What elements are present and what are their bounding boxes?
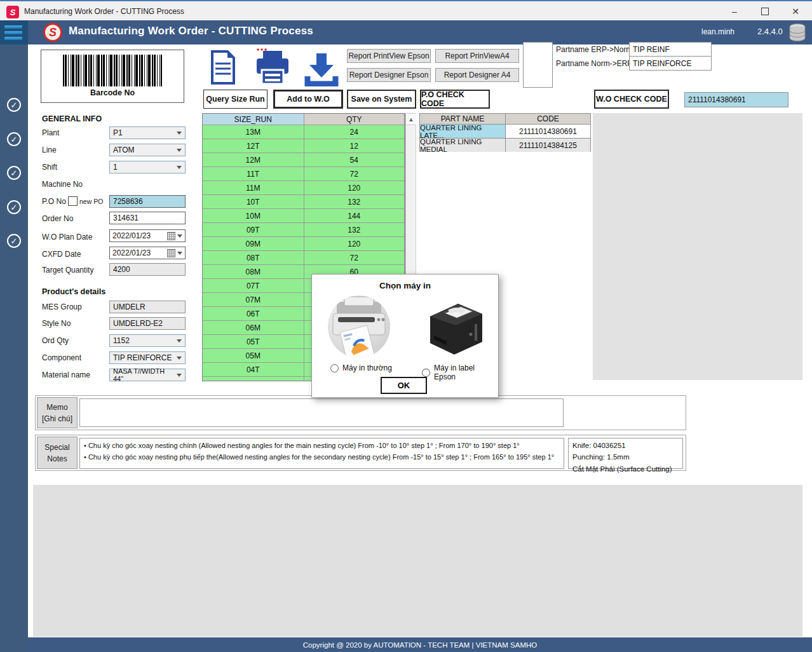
add-to-wo-button[interactable]: Add to W.O bbox=[273, 90, 343, 109]
scrollbar-up-icon[interactable]: ▲ bbox=[406, 114, 416, 125]
material-name-label: Material name bbox=[42, 370, 90, 379]
chevron-down-icon bbox=[177, 252, 182, 255]
partname-erp-norm-field[interactable]: TIP REINF bbox=[629, 42, 712, 57]
part-name-col-header[interactable]: PART NAME bbox=[419, 113, 506, 125]
report-prinview-a4-button[interactable]: Report PrinViewA4 bbox=[435, 49, 519, 63]
new-po-checkbox[interactable] bbox=[68, 196, 78, 206]
copyright-text: Copyright @ 2020 by AUTOMATION - TECH TE… bbox=[303, 641, 537, 649]
table-row[interactable]: QUARTER LINING MEDIAL 21111014384125 bbox=[419, 139, 591, 152]
punching-info: Punching: 1.5mm bbox=[572, 451, 679, 463]
general-info-heading: GENERAL INFO bbox=[42, 114, 102, 123]
special-notes-section: SpecialNotes • Chu kỳ cho góc xoay nesti… bbox=[35, 435, 686, 471]
check-circle-icon[interactable]: ✓ bbox=[7, 98, 21, 112]
title-bar: S Manufacturing Work Order - CUTTING Pro… bbox=[0, 0, 812, 20]
ord-qty-select[interactable]: 1152 bbox=[109, 334, 186, 347]
ok-button[interactable]: OK bbox=[381, 377, 427, 394]
cutting-info: Cắt Mặt Phải (Surface Cutting) bbox=[572, 463, 679, 475]
barcode-image bbox=[63, 55, 162, 86]
table-row[interactable]: 09M120 bbox=[203, 237, 405, 251]
printer-icon[interactable] bbox=[253, 46, 291, 86]
table-row[interactable]: 12T12 bbox=[203, 139, 405, 153]
table-row[interactable]: 11M120 bbox=[203, 181, 405, 195]
cxfd-date-picker[interactable]: 2022/01/23 bbox=[109, 247, 186, 259]
inkjet-printer-image bbox=[328, 295, 390, 358]
print-dialog-title: Chọn máy in bbox=[312, 281, 498, 290]
component-select[interactable]: TIP REINFORCE bbox=[109, 351, 186, 364]
mes-group-label: MES Group bbox=[42, 302, 82, 311]
material-name-select[interactable]: NASA T//WIDTH 44" bbox=[109, 369, 186, 381]
close-button[interactable]: ✕ bbox=[781, 3, 810, 20]
wo-plan-date-picker[interactable]: 2022/01/23 bbox=[109, 229, 186, 242]
special-notes-label: SpecialNotes bbox=[37, 437, 78, 469]
partname-norm-erp-label: Partname Norm->ERP bbox=[556, 59, 632, 68]
report-printview-epson-button[interactable]: Report PrintView Epson bbox=[347, 49, 431, 63]
radio-normal-printer[interactable]: Máy in thường bbox=[330, 363, 392, 372]
app-version: 2.4.4.0 bbox=[757, 27, 783, 36]
plant-select[interactable]: P1 bbox=[109, 126, 186, 139]
line-select[interactable]: ATOM bbox=[109, 144, 186, 156]
po-no-field[interactable]: 7258636 bbox=[109, 195, 186, 208]
check-circle-icon[interactable]: ✓ bbox=[7, 132, 21, 146]
save-on-system-button[interactable]: Save on System bbox=[347, 90, 416, 109]
machine-no-label: Machine No bbox=[42, 180, 83, 189]
order-no-field[interactable]: 314631 bbox=[109, 212, 186, 224]
style-no-label: Style No bbox=[42, 319, 71, 328]
wo-plan-date-label: W.O Plan Date bbox=[42, 233, 92, 241]
download-icon[interactable] bbox=[304, 52, 339, 86]
po-check-code-button[interactable]: P.O CHECK CODE bbox=[420, 90, 490, 109]
wo-check-code-field[interactable]: 21111014380691 bbox=[684, 92, 788, 107]
maximize-button[interactable] bbox=[750, 3, 780, 20]
hamburger-icon bbox=[4, 25, 22, 29]
qty-col-header[interactable]: QTY bbox=[304, 114, 405, 125]
chevron-down-icon bbox=[177, 357, 182, 360]
chevron-down-icon bbox=[177, 339, 182, 343]
shift-label: Shift bbox=[42, 163, 57, 172]
samho-logo-icon: S bbox=[43, 23, 62, 42]
database-icon[interactable] bbox=[788, 23, 807, 43]
table-row[interactable]: 09T132 bbox=[203, 223, 405, 237]
page-title: Manufacturing Work Order - CUTTING Proce… bbox=[69, 25, 313, 37]
partname-erp-norm-label: Partname ERP->Norm bbox=[556, 45, 632, 54]
report-designer-epson-button[interactable]: Report Designer Epson bbox=[347, 68, 431, 82]
hamburger-menu-button[interactable] bbox=[0, 20, 28, 44]
memo-textarea[interactable] bbox=[79, 398, 564, 427]
check-circle-icon[interactable]: ✓ bbox=[7, 200, 21, 214]
table-row[interactable]: 10M144 bbox=[203, 209, 405, 223]
table-row[interactable]: 12M54 bbox=[203, 153, 405, 167]
report-designer-a4-button[interactable]: Report Designer A4 bbox=[435, 68, 519, 82]
document-icon[interactable] bbox=[210, 50, 236, 85]
size-run-col-header[interactable]: SIZE_RUN bbox=[203, 114, 304, 125]
target-qty-label: Target Quantity bbox=[42, 266, 93, 275]
table-row[interactable]: 10T132 bbox=[203, 195, 405, 209]
maximize-icon bbox=[761, 8, 769, 15]
partname-norm-erp-field[interactable]: TIP REINFORCE bbox=[629, 56, 712, 71]
footer-bar: Copyright @ 2020 by AUTOMATION - TECH TE… bbox=[28, 637, 812, 652]
ord-qty-label: Ord Qty bbox=[42, 336, 69, 345]
query-size-run-button[interactable]: Query Size Run bbox=[203, 90, 267, 109]
check-circle-icon[interactable]: ✓ bbox=[7, 234, 21, 248]
cxfd-date-label: CXFD Date bbox=[42, 250, 81, 259]
epson-label-printer-image bbox=[421, 297, 486, 358]
table-row[interactable]: 13M24 bbox=[203, 125, 405, 139]
check-circle-icon[interactable]: ✓ bbox=[7, 166, 21, 180]
radio-icon bbox=[330, 364, 339, 372]
empty-preview-box bbox=[523, 42, 553, 88]
chevron-down-icon bbox=[177, 149, 182, 152]
table-row[interactable]: 11T72 bbox=[203, 167, 405, 181]
barcode-label: Barcode No bbox=[41, 88, 184, 97]
calendar-icon bbox=[167, 249, 175, 257]
table-row[interactable]: QUARTER LINING LATE... 21111014380691 bbox=[419, 125, 591, 139]
knife-info: Knife: 04036251 bbox=[572, 440, 679, 451]
memo-label: Memo[Ghi chú] bbox=[37, 397, 78, 428]
minimize-button[interactable]: – bbox=[720, 3, 749, 20]
wo-check-code-button[interactable]: W.O CHECK CODE bbox=[594, 90, 669, 109]
table-row[interactable]: 08T72 bbox=[203, 251, 405, 265]
special-notes-text: • Chu kỳ cho góc xoay nesting chính (All… bbox=[79, 438, 564, 469]
code-col-header[interactable]: CODE bbox=[506, 113, 591, 125]
window-title: Manufacturing Work Order - CUTTING Proce… bbox=[24, 7, 184, 16]
shift-select[interactable]: 1 bbox=[109, 161, 186, 173]
part-table: PART NAME CODE QUARTER LINING LATE... 21… bbox=[419, 113, 591, 152]
radio-icon bbox=[422, 369, 430, 377]
calendar-icon bbox=[167, 232, 175, 240]
radio-epson-label-printer[interactable]: Máy in label Epson bbox=[422, 363, 498, 381]
